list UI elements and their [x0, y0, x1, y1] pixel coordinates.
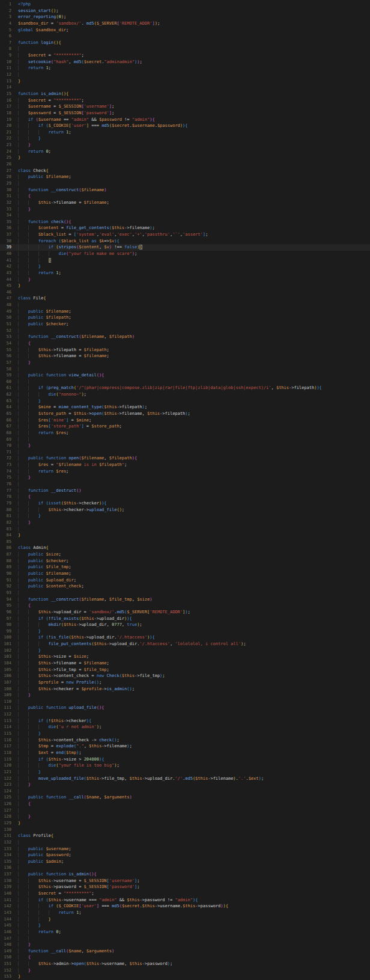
line-number[interactable]: 53 — [0, 334, 11, 340]
code-line[interactable]: 104 $this->filename = $filename; — [0, 660, 370, 667]
code-line[interactable]: 66 $res['mine'] = $mine; — [0, 417, 370, 424]
code-line[interactable]: 124 — [0, 788, 370, 795]
line-number[interactable]: 93 — [0, 590, 11, 596]
line-number[interactable]: 51 — [0, 321, 11, 328]
code-line[interactable]: 51 public $checker; — [0, 321, 370, 328]
code-line[interactable]: 150 { — [0, 954, 370, 961]
line-number[interactable]: 119 — [0, 756, 11, 763]
code-line[interactable]: 39 if (stripos($content, $v) !== false){ — [0, 244, 370, 251]
code-line[interactable]: 86class Admin{ — [0, 545, 370, 551]
code-line[interactable]: 20 if ($_COOKIE['user'] === md5($secret.… — [0, 123, 370, 129]
code-line[interactable]: 28 public $filename; — [0, 174, 370, 180]
code-line[interactable]: 48 — [0, 302, 370, 308]
line-number[interactable]: 103 — [0, 654, 11, 660]
line-number[interactable]: 149 — [0, 948, 11, 955]
line-number[interactable]: 66 — [0, 417, 11, 424]
code-line[interactable]: 84} — [0, 532, 370, 539]
code-line[interactable]: 87 public $size; — [0, 551, 370, 558]
line-number[interactable]: 16 — [0, 97, 11, 104]
line-number[interactable]: 135 — [0, 859, 11, 865]
code-line[interactable]: 85 — [0, 539, 370, 545]
line-number[interactable]: 48 — [0, 302, 11, 308]
line-number[interactable]: 20 — [0, 123, 11, 129]
line-number[interactable]: 23 — [0, 142, 11, 149]
code-line[interactable]: 30 function __construct($filename) — [0, 187, 370, 194]
line-number[interactable]: 124 — [0, 788, 11, 795]
code-area[interactable]: 1<?php2session_start();3error_reporting(… — [0, 1, 370, 980]
line-number[interactable]: 116 — [0, 737, 11, 744]
code-line[interactable]: 108 $this->checker = $profile->is_admin(… — [0, 686, 370, 693]
code-line[interactable]: 56 $this->filename = $filename; — [0, 353, 370, 360]
line-number[interactable]: 46 — [0, 289, 11, 296]
line-number[interactable]: 34 — [0, 212, 11, 219]
code-line[interactable]: 19 if ($username == "admin" && $password… — [0, 117, 370, 123]
line-number[interactable]: 69 — [0, 436, 11, 443]
code-line[interactable]: 135 public $admin; — [0, 859, 370, 865]
code-line[interactable]: 6 — [0, 33, 370, 40]
code-line[interactable]: 32 $this->filename = $filename; — [0, 200, 370, 206]
code-line[interactable]: 74 return $res; — [0, 468, 370, 475]
code-line[interactable]: 134 public $password; — [0, 852, 370, 859]
code-line[interactable]: 83 — [0, 526, 370, 533]
code-line[interactable]: 75 } — [0, 474, 370, 481]
line-number[interactable]: 36 — [0, 225, 11, 231]
line-number[interactable]: 61 — [0, 385, 11, 391]
line-number[interactable]: 81 — [0, 513, 11, 519]
line-number[interactable]: 82 — [0, 519, 11, 526]
code-line[interactable]: 17 $username = $_SESSION['username']; — [0, 103, 370, 110]
code-line[interactable]: 27class Check{ — [0, 168, 370, 174]
line-number[interactable]: 100 — [0, 634, 11, 641]
code-line[interactable]: 29 — [0, 180, 370, 187]
code-line[interactable]: 76 — [0, 481, 370, 488]
code-line[interactable]: 130 — [0, 827, 370, 833]
code-line[interactable]: 139 $this->password = $_SESSION['passwor… — [0, 884, 370, 890]
line-number[interactable]: 115 — [0, 730, 11, 737]
line-number[interactable]: 102 — [0, 648, 11, 654]
code-line[interactable]: 23 } — [0, 142, 370, 149]
code-line[interactable]: 128 } — [0, 813, 370, 820]
line-number[interactable]: 59 — [0, 372, 11, 379]
line-number[interactable]: 17 — [0, 103, 11, 110]
line-number[interactable]: 70 — [0, 443, 11, 449]
line-number[interactable]: 144 — [0, 916, 11, 923]
code-line[interactable]: 152 } — [0, 967, 370, 974]
code-line[interactable]: 63 } — [0, 398, 370, 405]
code-line[interactable]: 78 { — [0, 494, 370, 500]
code-line[interactable]: 55 $this->filepath = $filepath; — [0, 347, 370, 354]
line-number[interactable]: 152 — [0, 967, 11, 974]
line-number[interactable]: 120 — [0, 762, 11, 769]
code-line[interactable]: 37 $black_list = ['system','eval','exec'… — [0, 231, 370, 238]
code-line[interactable]: 127 — [0, 807, 370, 814]
code-line[interactable]: 36 $content = file_get_contents($this->f… — [0, 225, 370, 231]
code-line[interactable]: 13} — [0, 78, 370, 85]
line-number[interactable]: 77 — [0, 488, 11, 494]
line-number[interactable]: 52 — [0, 328, 11, 334]
code-line[interactable]: 7function login(){ — [0, 40, 370, 46]
code-line[interactable]: 91 public $upload_dir; — [0, 577, 370, 584]
line-number[interactable]: 30 — [0, 187, 11, 194]
code-line[interactable]: 103 $this->size = $size; — [0, 654, 370, 660]
line-number[interactable]: 113 — [0, 718, 11, 724]
code-line[interactable]: 33 } — [0, 206, 370, 213]
code-line[interactable]: 107 $profile = new Profile(); — [0, 679, 370, 686]
code-line[interactable]: 92 public $content_check; — [0, 583, 370, 590]
code-line[interactable]: 93 — [0, 590, 370, 596]
line-number[interactable]: 68 — [0, 430, 11, 436]
line-number[interactable]: 140 — [0, 890, 11, 897]
line-number[interactable]: 112 — [0, 711, 11, 718]
line-number[interactable]: 92 — [0, 583, 11, 590]
line-number[interactable]: 13 — [0, 78, 11, 85]
code-line[interactable]: 138 $this->username = $_SESSION['usernam… — [0, 878, 370, 884]
line-number[interactable]: 78 — [0, 494, 11, 500]
line-number[interactable]: 65 — [0, 411, 11, 417]
line-number[interactable]: 141 — [0, 897, 11, 904]
line-number[interactable]: 89 — [0, 564, 11, 571]
code-line[interactable]: 132 — [0, 839, 370, 846]
line-number[interactable]: 143 — [0, 910, 11, 916]
code-line[interactable]: 12 — [0, 72, 370, 78]
code-line[interactable]: 133 public $username; — [0, 846, 370, 853]
code-line[interactable]: 97 if (!file_exists($this->upload_dir)){ — [0, 616, 370, 622]
code-line[interactable]: 136 — [0, 865, 370, 871]
code-line[interactable]: 137 public function is_admin(){ — [0, 871, 370, 878]
line-number[interactable]: 14 — [0, 84, 11, 91]
